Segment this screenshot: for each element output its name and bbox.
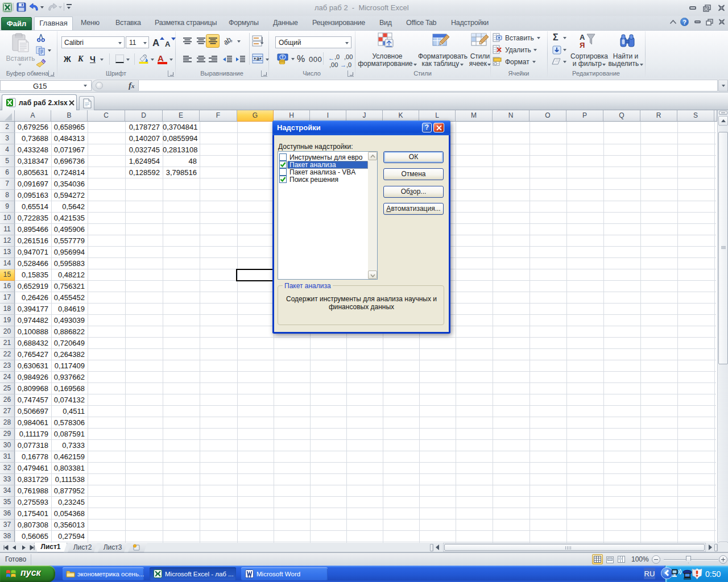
svg-text:Я: Я — [580, 41, 585, 49]
svg-text:А: А — [580, 33, 585, 41]
svg-text:ab: ab — [224, 36, 233, 47]
